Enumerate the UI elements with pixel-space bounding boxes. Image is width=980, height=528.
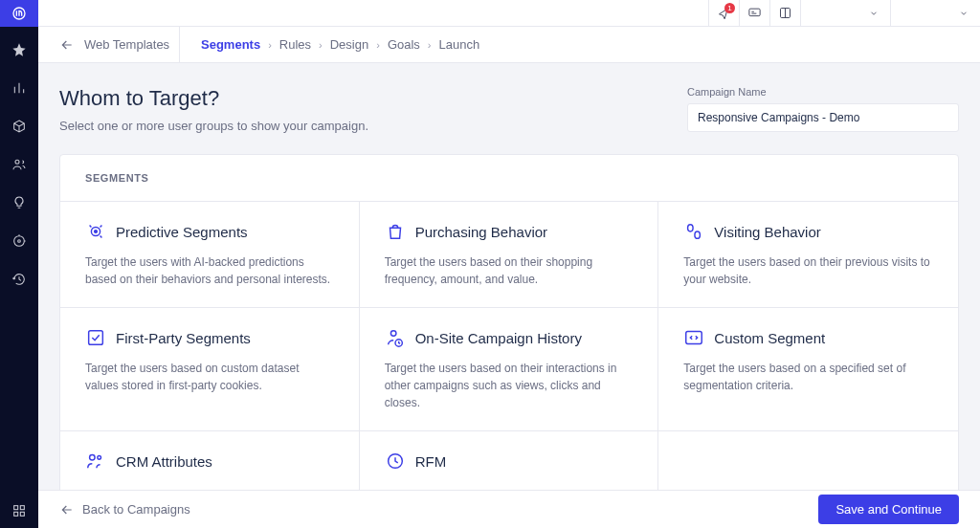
segment-title: First-Party Segments — [116, 330, 251, 346]
svg-point-18 — [98, 456, 101, 460]
nav-package[interactable] — [6, 113, 33, 140]
back-link-label: Back to Campaigns — [82, 502, 190, 517]
footer-bar: Back to Campaigns Save and Continue — [38, 490, 980, 528]
save-continue-button[interactable]: Save and Continue — [818, 495, 959, 524]
segment-custom[interactable]: Custom Segment Target the users based on… — [658, 307, 958, 430]
crumb-segments[interactable]: Segments — [201, 37, 260, 52]
predictive-icon — [85, 221, 106, 242]
svg-rect-8 — [749, 9, 760, 16]
segments-card: SEGMENTS Predictive Segments Target the … — [59, 154, 959, 490]
rfm-icon — [385, 451, 406, 472]
svg-point-12 — [688, 225, 694, 231]
nav-history[interactable] — [6, 266, 33, 293]
svg-point-17 — [90, 455, 96, 461]
chevron-right-icon: › — [428, 39, 432, 51]
chevron-right-icon: › — [268, 39, 272, 51]
segment-firstparty[interactable]: First-Party Segments Target the users ba… — [60, 307, 360, 430]
nav-grid[interactable] — [0, 503, 38, 518]
checkbox-icon — [85, 327, 106, 348]
dropdown-2[interactable] — [890, 0, 980, 27]
app-logo[interactable] — [0, 0, 38, 27]
svg-rect-6 — [14, 512, 18, 516]
segment-predictive[interactable]: Predictive Segments Target the users wit… — [60, 201, 360, 307]
svg-rect-4 — [14, 506, 18, 510]
breadcrumb-back[interactable]: Web Templates — [38, 27, 180, 62]
segment-desc: Target the users based on custom dataset… — [85, 360, 334, 394]
chevron-right-icon: › — [319, 39, 323, 51]
crumb-rules[interactable]: Rules — [279, 37, 311, 52]
svg-rect-14 — [89, 331, 103, 345]
segment-desc: Target the users with AI-backed predicti… — [85, 253, 334, 288]
page-subtitle: Select one or more user groups to show y… — [59, 119, 368, 133]
campaign-name-label: Campaign Name — [687, 86, 959, 98]
segment-title: CRM Attributes — [116, 453, 212, 470]
crm-icon — [85, 451, 106, 472]
footsteps-icon — [683, 221, 704, 242]
segment-title: RFM — [415, 453, 447, 470]
chevron-right-icon: › — [376, 39, 380, 51]
segment-title: Visiting Behavior — [714, 224, 820, 240]
chat-icon[interactable] — [739, 0, 769, 27]
nav-target[interactable] — [6, 228, 33, 254]
svg-point-3 — [18, 240, 21, 243]
campaign-name-input[interactable] — [687, 103, 959, 132]
segment-crm[interactable]: CRM Attributes — [60, 430, 360, 490]
segment-title: Purchasing Behavior — [415, 224, 547, 240]
segment-visiting[interactable]: Visiting Behavior Target the users based… — [658, 201, 958, 307]
notif-badge: 1 — [724, 3, 735, 13]
svg-point-1 — [15, 160, 19, 164]
svg-point-13 — [695, 231, 701, 238]
segment-title: On-Site Campaign History — [415, 330, 582, 346]
nav-idea[interactable] — [6, 189, 33, 216]
nav-users[interactable] — [6, 151, 33, 178]
segment-purchasing[interactable]: Purchasing Behavior Target the users bas… — [360, 201, 659, 307]
main-content: Whom to Target? Select one or more user … — [38, 63, 980, 490]
dropdown-1[interactable] — [800, 0, 890, 27]
segment-onsite-history[interactable]: On-Site Campaign History Target the user… — [360, 307, 659, 430]
segment-desc: Target the users based on their shopping… — [385, 253, 634, 288]
nav-analytics[interactable] — [6, 75, 33, 101]
segment-desc: Target the users based on a specified se… — [683, 360, 933, 394]
left-sidebar — [0, 0, 38, 528]
segment-rfm[interactable]: RFM — [360, 430, 659, 490]
top-toolbar: 1 — [38, 0, 980, 27]
crumb-design[interactable]: Design — [330, 37, 368, 52]
segment-desc: Target the users based on their previous… — [683, 253, 933, 288]
svg-rect-16 — [686, 332, 702, 344]
code-icon — [683, 327, 704, 348]
panel-icon[interactable] — [769, 0, 800, 27]
breadcrumb-back-label: Web Templates — [84, 37, 169, 52]
crumb-goals[interactable]: Goals — [388, 37, 420, 52]
svg-point-2 — [14, 236, 25, 247]
svg-point-11 — [95, 231, 98, 233]
svg-rect-5 — [20, 506, 24, 510]
notifications-icon[interactable]: 1 — [708, 0, 739, 27]
segment-desc: Target the users based on their interact… — [385, 360, 634, 411]
nav-star[interactable] — [6, 36, 33, 63]
segment-empty — [658, 430, 958, 490]
shopping-bag-icon — [385, 221, 406, 242]
back-to-campaigns[interactable]: Back to Campaigns — [59, 502, 190, 517]
segment-title: Custom Segment — [714, 330, 825, 346]
breadcrumb-bar: Web Templates Segments › Rules › Design … — [38, 27, 980, 63]
page-title: Whom to Target? — [59, 86, 368, 111]
segment-title: Predictive Segments — [116, 224, 248, 240]
svg-rect-7 — [20, 512, 24, 516]
segments-section-label: SEGMENTS — [60, 155, 958, 201]
crumb-launch[interactable]: Launch — [439, 37, 480, 52]
person-history-icon — [385, 327, 406, 348]
breadcrumb: Segments › Rules › Design › Goals › Laun… — [180, 37, 479, 52]
svg-point-15 — [390, 331, 396, 337]
